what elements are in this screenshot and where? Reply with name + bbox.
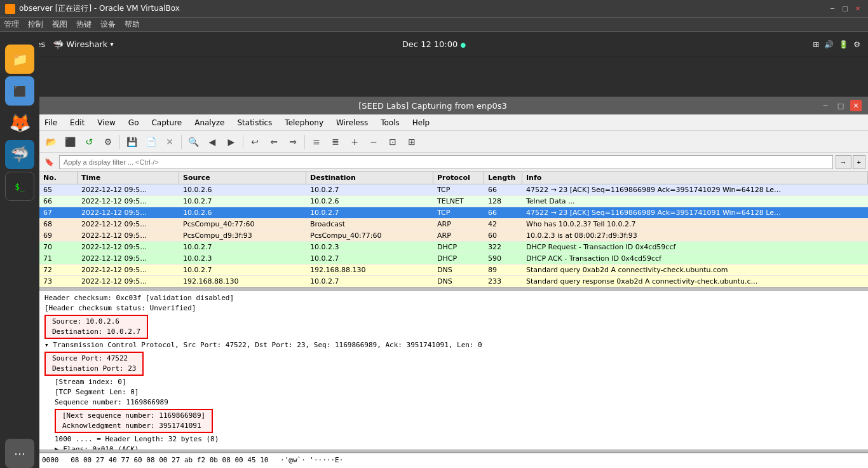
toolbar-zoom-reset-btn[interactable]: ⊡ (384, 133, 402, 151)
network-icon[interactable]: ⊞ (813, 40, 819, 49)
table-row[interactable]: 68 2022-12-12 09:5… PcsCompu_40:77:60 Br… (39, 219, 868, 230)
ws-menu-view[interactable]: View (95, 117, 118, 128)
toolbar-back-btn[interactable]: ⇐ (265, 133, 283, 151)
detail-tcp-flags[interactable]: ▶ Flags: 0x010 (ACK) (42, 444, 865, 450)
wireshark-dropdown-icon: ▾ (110, 41, 113, 48)
table-row[interactable]: 66 2022-12-12 09:5… 10.0.2.7 10.0.2.6 TE… (39, 196, 868, 207)
table-row[interactable]: 72 2022-12-12 09:5… 10.0.2.7 192.168.88.… (39, 265, 868, 276)
toolbar-goto-btn[interactable]: ↩ (246, 133, 264, 151)
battery-icon[interactable]: 🔋 (839, 40, 848, 49)
table-row[interactable]: 70 2022-12-12 09:5… 10.0.2.7 10.0.2.3 DH… (39, 242, 868, 253)
toolbar-zoom-out-btn[interactable]: − (365, 133, 383, 151)
toolbar-fwd-btn[interactable]: ⇒ (284, 133, 302, 151)
ubuntu-taskbar: Activities 🦈 Wireshark ▾ Dec 12 10:00 ● … (0, 32, 868, 57)
sidebar-icon-wireshark[interactable]: 🦈 (5, 140, 34, 169)
settings-icon[interactable]: ⚙ (853, 40, 860, 49)
cell-length: 590 (484, 254, 522, 263)
toolbar-reload-btn[interactable]: ✕ (161, 133, 179, 151)
vm-minimize-btn[interactable]: ─ (827, 4, 837, 14)
table-row[interactable]: 65 2022-12-12 09:5… 10.0.2.6 10.0.2.7 TC… (39, 184, 868, 196)
detail-tcp-sport: Source Port: 47522 (50, 354, 139, 364)
detail-tcp-seq: Sequence number: 1169866989 (42, 397, 865, 408)
ws-menu-capture[interactable]: Capture (149, 117, 184, 128)
cell-no: 67 (39, 209, 78, 217)
cell-protocol: DNS (433, 277, 484, 286)
ws-minimize-btn[interactable]: ─ (820, 100, 831, 111)
cell-info: Standard query response 0xab2d A connect… (522, 277, 868, 286)
toolbar-find-btn[interactable]: 🔍 (184, 133, 202, 151)
toolbar-options-btn[interactable]: ⚙ (99, 133, 117, 151)
table-row[interactable]: 69 2022-12-12 09:5… PcsCompu_d9:3f:93 Pc… (39, 230, 868, 242)
cell-source: 10.0.2.6 (179, 209, 306, 217)
ws-menu-wireless[interactable]: Wireless (334, 117, 370, 128)
detail-tcp-hdrlen: 1000 .... = Header Length: 32 bytes (8) (42, 434, 865, 444)
toolbar-prev-btn[interactable]: ◀ (203, 133, 221, 151)
sidebar-icon-firefox[interactable]: 🦊 (5, 108, 34, 137)
vm-menu-device[interactable]: 设备 (100, 19, 116, 30)
ws-menu-statistics[interactable]: Statistics (234, 117, 275, 128)
vm-menu-manage[interactable]: 管理 (4, 19, 19, 30)
toolbar-restart-btn[interactable]: ↺ (80, 133, 98, 151)
ws-menu-telephony[interactable]: Telephony (282, 117, 326, 128)
cell-dest: 192.168.88.130 (306, 266, 433, 274)
ws-maximize-btn[interactable]: □ (835, 100, 846, 111)
table-row[interactable]: 73 2022-12-12 09:5… 192.168.88.130 10.0.… (39, 276, 868, 287)
wireshark-taskbar-btn[interactable]: 🦈 Wireshark ▾ (53, 39, 113, 50)
toolbar-next-btn[interactable]: ▶ (222, 133, 240, 151)
taskbar-right-icons: ⊞ 🔊 🔋 ⚙ (813, 40, 860, 49)
sidebar-icon-screenshot[interactable]: ⬛ (5, 76, 34, 106)
cell-time: 2022-12-12 09:5… (78, 277, 179, 286)
toolbar-open-btn[interactable]: 📂 (42, 133, 60, 151)
detail-tcp-ack: Acknowledgment number: 3951741091 (60, 421, 208, 431)
detail-tcp-section[interactable]: ▾ Transmission Control Protocol, Src Por… (42, 340, 865, 350)
vm-close-btn[interactable]: ✕ (853, 4, 863, 14)
ws-menu-help[interactable]: Help (410, 117, 432, 128)
ws-title: [SEED Labs] Capturing from enp0s3 (46, 101, 820, 111)
ws-menu-edit[interactable]: Edit (67, 117, 87, 128)
sound-icon[interactable]: 🔊 (824, 40, 834, 49)
filter-input[interactable] (59, 155, 833, 169)
detail-tcp-nextseq: [Next sequence number: 1169866989] (60, 411, 208, 421)
ws-menu-go[interactable]: Go (126, 117, 142, 128)
sidebar-icon-files[interactable]: 📁 (5, 45, 34, 74)
toolbar-stop-btn[interactable]: ⬛ (61, 133, 79, 151)
col-header-time: Time (78, 172, 179, 184)
cell-no: 65 (39, 186, 78, 194)
toolbar-autoscroll-btn[interactable]: ≣ (327, 133, 344, 151)
wireshark-taskbar-icon: 🦈 (53, 39, 64, 50)
toolbar-close-file-btn[interactable]: 📄 (142, 133, 159, 151)
vm-maximize-btn[interactable]: □ (840, 4, 850, 14)
ws-menu-tools[interactable]: Tools (378, 117, 402, 128)
table-row[interactable]: 67 2022-12-12 09:5… 10.0.2.6 10.0.2.7 TC… (39, 207, 868, 219)
ws-menu-file[interactable]: File (42, 117, 60, 128)
toolbar-zoom-in-btn[interactable]: + (346, 133, 363, 151)
vm-menu-hotkey[interactable]: 热键 (76, 19, 92, 30)
table-row[interactable]: 71 2022-12-12 09:5… 10.0.2.3 10.0.2.7 DH… (39, 253, 868, 265)
filter-arrow-btn[interactable]: → (836, 155, 851, 169)
col-header-protocol: Protocol (433, 172, 484, 184)
toolbar-save-btn[interactable]: 💾 (123, 133, 140, 151)
vm-menu-control[interactable]: 控制 (28, 19, 43, 30)
cell-protocol: TELNET (433, 197, 484, 205)
toolbar-resize-btn[interactable]: ⊞ (403, 133, 421, 151)
ws-toolbar: 📂 ⬛ ↺ ⚙ 💾 📄 ✕ 🔍 ◀ ▶ ↩ ⇐ ⇒ ≡ ≣ + − ⊡ ⊞ (39, 131, 868, 153)
cell-length: 60 (484, 231, 522, 240)
ws-hex-panel: 0000 08 00 27 40 77 60 08 00 27 ab f2 0b… (39, 453, 868, 468)
filter-add-btn[interactable]: + (853, 155, 865, 169)
toolbar-colorize-btn[interactable]: ≡ (308, 133, 325, 151)
sidebar-icon-apps[interactable]: ⋯ (5, 439, 34, 468)
vm-menu-view[interactable]: 视图 (52, 19, 67, 30)
ws-close-btn[interactable]: ✕ (850, 100, 862, 111)
cell-source: 10.0.2.3 (179, 254, 306, 263)
ubuntu-sidebar: 📁 ⬛ 🦊 🦈 $_ ⋯ (0, 39, 39, 468)
col-header-source: Source (179, 172, 306, 184)
detail-tcp-dport: Destination Port: 23 (50, 364, 139, 374)
sidebar-icon-terminal[interactable]: $_ (5, 172, 34, 201)
vm-menubar: 管理 控制 视图 热键 设备 帮助 (0, 18, 868, 32)
ws-menu-analyze[interactable]: Analyze (192, 117, 227, 128)
cell-dest: Broadcast (306, 220, 433, 228)
vm-menu-help[interactable]: 帮助 (125, 19, 140, 30)
cell-no: 71 (39, 254, 78, 263)
cell-info: Who has 10.0.2.3? Tell 10.0.2.7 (522, 220, 868, 228)
cell-info: Telnet Data ... (522, 197, 868, 205)
